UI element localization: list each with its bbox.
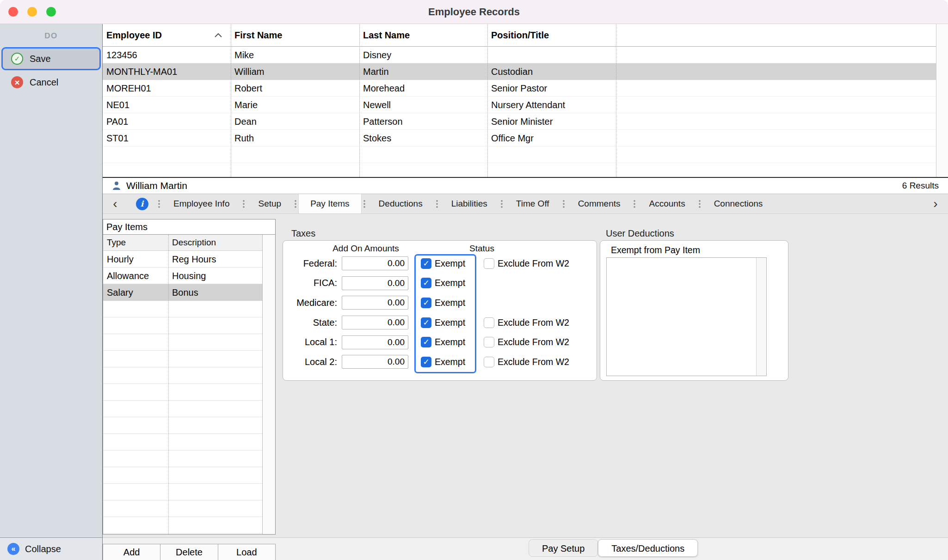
- local1-exclude-w2-checkbox[interactable]: [484, 337, 494, 347]
- record-bar: William Martin 6 Results: [103, 177, 948, 194]
- pay-items-buttons: Add Delete Load: [103, 544, 276, 560]
- tabs-scroll-right-button[interactable]: [923, 194, 948, 213]
- tax-row-local2: Local 2: Exempt Exclude From W2: [283, 352, 597, 372]
- info-icon: [136, 198, 148, 210]
- window-title: Employee Records: [428, 6, 520, 18]
- tab-deductions[interactable]: Deductions: [367, 194, 434, 213]
- local1-amount-input[interactable]: [342, 335, 408, 349]
- tab-separator-icon: [563, 200, 565, 208]
- tab-employee-info[interactable]: Employee Info: [162, 194, 241, 213]
- save-label: Save: [30, 54, 51, 64]
- employee-row-selected[interactable]: MONTHLY-MA01 William Martin Custodian: [103, 63, 936, 80]
- pay-items-panel: Pay Items Type Description Hourly Reg Ho…: [103, 219, 276, 535]
- minimize-window-button[interactable]: [27, 7, 37, 17]
- state-exclude-w2-checkbox[interactable]: [484, 317, 494, 328]
- save-button[interactable]: Save: [1, 47, 101, 70]
- tab-bar: Employee Info Setup Pay Items Deductions…: [103, 194, 948, 214]
- tab-accounts[interactable]: Accounts: [637, 194, 696, 213]
- tab-separator-icon: [243, 200, 245, 208]
- exempt-from-pay-item-list[interactable]: [606, 257, 767, 376]
- cancel-label: Cancel: [30, 77, 58, 88]
- pay-item-row-selected[interactable]: Salary Bonus: [103, 284, 262, 301]
- local2-exclude-w2-checkbox[interactable]: [484, 357, 494, 367]
- tax-row-fica: FICA: Exempt: [283, 274, 597, 293]
- employee-row[interactable]: PA01 Dean Patterson Senior Minister: [103, 113, 936, 130]
- column-header-last-name[interactable]: Last Name: [359, 30, 487, 41]
- tax-row-federal: Federal: Exempt Exclude From W2: [283, 254, 597, 274]
- federal-exempt-checkbox[interactable]: [421, 258, 431, 269]
- employee-table: Employee ID First Name Last Name Positio…: [103, 24, 948, 177]
- user-deductions-scrollbar[interactable]: [756, 258, 766, 376]
- exempt-from-pay-item-label: Exempt from Pay Item: [611, 245, 700, 256]
- tab-separator-icon: [634, 200, 635, 208]
- tab-time-off[interactable]: Time Off: [505, 194, 561, 213]
- status-header: Status: [469, 243, 494, 254]
- column-header-employee-id[interactable]: Employee ID: [103, 30, 231, 41]
- pay-items-scrollbar[interactable]: [262, 235, 275, 534]
- employee-records-window: Employee Records DO Save Cancel Collapse…: [0, 0, 948, 560]
- person-icon: [111, 181, 122, 191]
- federal-exclude-w2-checkbox[interactable]: [484, 258, 494, 269]
- tab-connections[interactable]: Connections: [702, 194, 775, 213]
- tab-separator-icon: [363, 200, 365, 208]
- results-count: 6 Results: [902, 181, 939, 191]
- user-deductions-group-label: User Deductions: [606, 228, 674, 239]
- tabs-scroll-left-button[interactable]: [103, 194, 128, 213]
- load-button[interactable]: Load: [218, 544, 275, 560]
- tab-liabilities[interactable]: Liabilities: [440, 194, 499, 213]
- column-header-first-name[interactable]: First Name: [231, 30, 359, 41]
- local1-exempt-checkbox[interactable]: [421, 337, 431, 347]
- tab-pay-setup[interactable]: Pay Setup: [529, 539, 598, 557]
- employee-id-header-label: Employee ID: [106, 30, 162, 41]
- tab-separator-icon: [699, 200, 701, 208]
- taxes-group-label: Taxes: [291, 228, 315, 239]
- local2-exempt-checkbox[interactable]: [421, 357, 431, 367]
- fica-exempt-checkbox[interactable]: [421, 278, 431, 288]
- column-header-position-title[interactable]: Position/Title: [487, 30, 616, 41]
- employee-row[interactable]: NE01 Marie Newell Nursery Attendant: [103, 97, 936, 113]
- add-on-amounts-header: Add On Amounts: [332, 243, 399, 254]
- sort-ascending-icon: [214, 33, 222, 38]
- content-area: Employee ID First Name Last Name Positio…: [103, 24, 948, 560]
- employee-row[interactable]: ST01 Ruth Stokes Office Mgr: [103, 130, 936, 146]
- double-chevron-left-icon: [7, 543, 19, 555]
- employee-row[interactable]: 123456 Mike Disney: [103, 47, 936, 63]
- delete-button[interactable]: Delete: [160, 544, 217, 560]
- tab-pay-items[interactable]: Pay Items: [298, 194, 361, 213]
- state-exempt-checkbox[interactable]: [421, 317, 431, 328]
- pay-item-row[interactable]: Allowance Housing: [103, 268, 262, 284]
- tab-comments[interactable]: Comments: [566, 194, 632, 213]
- taxes-box: Add On Amounts Status Federal: Exempt Ex…: [283, 240, 597, 381]
- tax-row-local1: Local 1: Exempt Exclude From W2: [283, 332, 597, 352]
- x-circle-icon: [11, 76, 23, 88]
- state-amount-input[interactable]: [342, 316, 408, 329]
- close-window-button[interactable]: [8, 7, 18, 17]
- tab-taxes-deductions[interactable]: Taxes/Deductions: [598, 539, 698, 557]
- check-circle-icon: [11, 53, 23, 65]
- employee-row[interactable]: MOREH01 Robert Morehead Senior Pastor: [103, 80, 936, 97]
- federal-amount-input[interactable]: [342, 256, 408, 270]
- traffic-lights: [8, 7, 56, 17]
- description-column-header: Description: [168, 237, 262, 248]
- collapse-button[interactable]: Collapse: [0, 537, 102, 560]
- medicare-exempt-checkbox[interactable]: [421, 298, 431, 308]
- sidebar-header: DO: [0, 24, 102, 41]
- collapse-label: Collapse: [25, 544, 61, 554]
- cancel-button[interactable]: Cancel: [3, 71, 99, 93]
- fica-amount-input[interactable]: [342, 276, 408, 290]
- footer-tabs: Pay Setup Taxes/Deductions: [529, 539, 698, 557]
- tab-info[interactable]: [128, 194, 156, 213]
- tab-separator-icon: [501, 200, 503, 208]
- footer: Add Delete Load Pay Setup Taxes/Deductio…: [103, 537, 948, 560]
- medicare-amount-input[interactable]: [342, 296, 408, 310]
- tax-row-state: State: Exempt Exclude From W2: [283, 313, 597, 333]
- pay-items-panel-title: Pay Items: [103, 219, 275, 235]
- tab-separator-icon: [436, 200, 438, 208]
- local2-amount-input[interactable]: [342, 355, 408, 369]
- employee-table-scrollbar[interactable]: [936, 24, 948, 177]
- tab-setup[interactable]: Setup: [246, 194, 293, 213]
- pay-item-row[interactable]: Hourly Reg Hours: [103, 251, 262, 268]
- type-column-header: Type: [103, 237, 168, 248]
- zoom-window-button[interactable]: [46, 7, 56, 17]
- add-button[interactable]: Add: [103, 544, 160, 560]
